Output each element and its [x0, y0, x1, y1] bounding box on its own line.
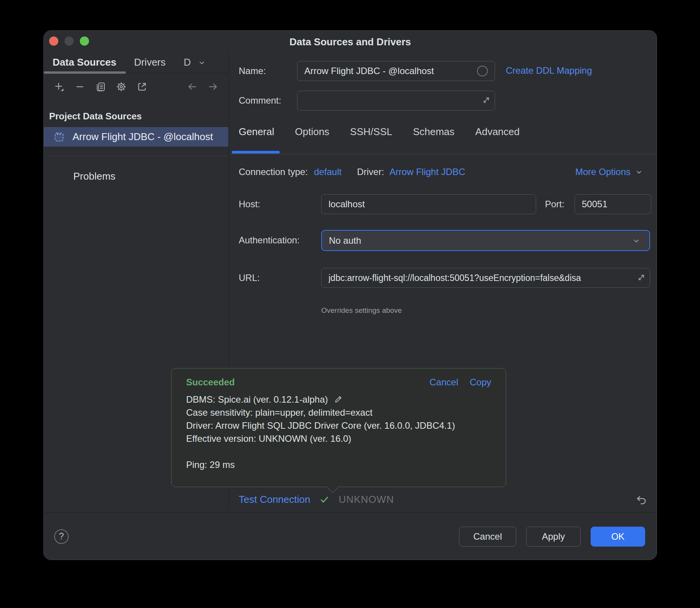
driver-value-link[interactable]: Arrow Flight JDBC [390, 167, 465, 177]
url-label: URL: [239, 272, 260, 284]
forward-arrow-icon[interactable] [207, 81, 219, 93]
tab-options[interactable]: Options [295, 125, 330, 138]
tab-drivers[interactable]: Drivers [125, 52, 174, 73]
chevron-down-icon[interactable] [197, 58, 207, 68]
name-value: Arrow Flight JDBC - @localhost [304, 66, 434, 76]
authentication-value: No auth [329, 235, 361, 246]
host-label: Host: [239, 198, 260, 210]
pencil-icon[interactable] [333, 394, 343, 404]
popup-body: DBMS: Spice.ai (ver. 0.12.1-alpha) Case … [186, 393, 491, 471]
more-options-link[interactable]: More Options [575, 167, 644, 177]
popup-ping-line: Ping: 29 ms [186, 458, 491, 471]
popup-blank-line [186, 445, 491, 458]
help-button[interactable]: ? [54, 529, 69, 544]
duplicate-icon[interactable] [95, 81, 106, 93]
sidebar-divider [49, 156, 228, 156]
add-data-source-icon[interactable] [53, 81, 65, 93]
sidebar-item-problems[interactable]: Problems [73, 170, 116, 182]
project-data-sources-header: Project Data Sources [49, 111, 142, 122]
zoom-window-button[interactable] [80, 36, 89, 46]
test-connection-row: Test Connection UNKNOWN [239, 492, 648, 507]
connection-type-label: Connection type: [239, 167, 308, 177]
popup-status: Succeeded [186, 377, 235, 388]
close-window-button[interactable] [49, 36, 58, 46]
expand-url-icon[interactable] [636, 273, 646, 283]
data-source-item-label: Arrow Flight JDBC - @localhost [73, 131, 213, 143]
checkmark-icon [319, 494, 330, 505]
footer-bar: ? Cancel Apply OK [44, 512, 657, 560]
form-tab-strip: General Options SSH/SSL Schemas Advanced [239, 125, 520, 138]
apply-button[interactable]: Apply [526, 527, 581, 547]
tab-ssh-ssl[interactable]: SSH/SSL [350, 125, 392, 138]
tab-general[interactable]: General [239, 125, 274, 138]
expand-comment-icon[interactable] [480, 95, 491, 106]
chevron-down-icon [634, 167, 644, 177]
url-value: jdbc:arrow-flight-sql://localhost:50051?… [329, 273, 581, 283]
name-input[interactable]: Arrow Flight JDBC - @localhost [297, 61, 495, 81]
host-value: localhost [329, 199, 365, 210]
remove-data-source-icon[interactable] [74, 81, 86, 93]
undo-icon[interactable] [635, 493, 648, 506]
active-tab-underline [232, 151, 280, 154]
connection-type-value-link[interactable]: default [314, 167, 342, 177]
popup-cancel-link[interactable]: Cancel [429, 377, 458, 388]
back-arrow-icon[interactable] [187, 81, 198, 93]
port-input[interactable]: 50051 [575, 194, 651, 214]
titlebar: Data Sources and Drivers [44, 31, 657, 52]
host-input[interactable]: localhost [321, 194, 536, 214]
chevron-down-icon[interactable] [631, 236, 641, 246]
cancel-button[interactable]: Cancel [459, 527, 516, 547]
url-input[interactable]: jdbc:arrow-flight-sql://localhost:50051?… [321, 268, 650, 288]
driver-label: Driver: [357, 167, 384, 177]
connection-type-row: Connection type: default Driver: Arrow F… [239, 165, 644, 178]
window-title: Data Sources and Drivers [44, 31, 657, 53]
port-label: Port: [545, 198, 565, 210]
comment-input[interactable] [297, 91, 495, 111]
name-label: Name: [239, 65, 266, 77]
popup-case-line: Case sensitivity: plain=upper, delimited… [186, 406, 491, 419]
popup-dbms-text: DBMS: Spice.ai (ver. 0.12.1-alpha) [186, 394, 328, 405]
test-connection-popup: Succeeded Cancel Copy DBMS: Spice.ai (ve… [171, 368, 506, 487]
gear-icon[interactable] [116, 81, 127, 93]
minimize-window-button[interactable] [64, 36, 74, 46]
ok-button[interactable]: OK [591, 527, 645, 547]
tabs-divider [229, 154, 657, 154]
sidebar-tab-strip: Data Sources Drivers D [44, 52, 228, 73]
tab-advanced[interactable]: Advanced [475, 125, 520, 138]
popup-driver-line: Driver: Arrow Flight SQL JDBC Driver Cor… [186, 419, 491, 432]
popup-copy-link[interactable]: Copy [470, 377, 491, 388]
authentication-label: Authentication: [239, 235, 300, 246]
popup-header: Succeeded Cancel Copy [186, 377, 491, 388]
popup-effective-line: Effective version: UNKNOWN (ver. 16.0) [186, 432, 491, 445]
popup-dbms-line: DBMS: Spice.ai (ver. 0.12.1-alpha) [186, 393, 491, 406]
tab-ddl-mappings-truncated[interactable]: D [175, 52, 191, 73]
sidebar-toolbar [44, 75, 228, 98]
test-connection-link[interactable]: Test Connection [239, 494, 310, 506]
open-in-new-icon[interactable] [136, 81, 148, 93]
connection-result-text: UNKNOWN [338, 494, 394, 506]
data-source-icon [54, 132, 64, 142]
spinner-ring-icon [477, 66, 488, 76]
tab-schemas[interactable]: Schemas [413, 125, 454, 138]
data-sources-dialog: Data Sources and Drivers Data Sources Dr… [43, 30, 657, 560]
tab-data-sources[interactable]: Data Sources [44, 52, 125, 73]
comment-label: Comment: [239, 95, 281, 106]
more-options-label: More Options [575, 167, 631, 177]
authentication-dropdown[interactable]: No auth [321, 230, 650, 251]
create-ddl-mapping-link[interactable]: Create DDL Mapping [506, 65, 592, 76]
url-hint: Overrides settings above [321, 306, 402, 315]
data-source-item-selected[interactable]: Arrow Flight JDBC - @localhost [44, 127, 228, 147]
port-value: 50051 [582, 199, 608, 210]
